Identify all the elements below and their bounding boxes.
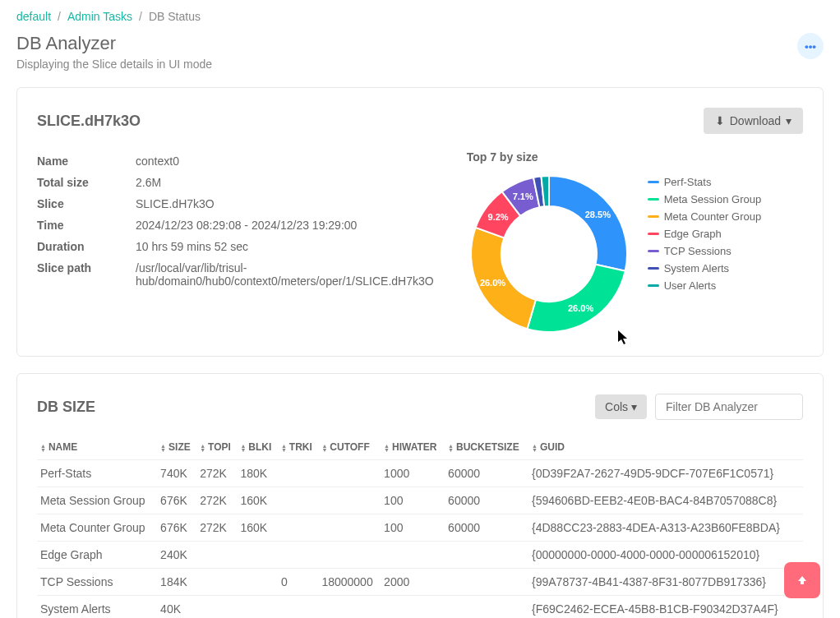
cell-topi bbox=[196, 569, 237, 596]
table-row: System Alerts40K{F69C2462-ECEA-45B8-B1CB… bbox=[37, 596, 803, 619]
legend-item[interactable]: User Alerts bbox=[648, 279, 762, 292]
cell-name: Perf-Stats bbox=[37, 460, 157, 487]
legend-swatch bbox=[648, 181, 659, 183]
legend-item[interactable]: Meta Counter Group bbox=[648, 210, 762, 223]
cell-size: 676K bbox=[157, 514, 196, 542]
donut-label: 26.0% bbox=[480, 278, 505, 288]
column-header[interactable]: ▲▼TRKI bbox=[278, 435, 318, 460]
legend-swatch bbox=[648, 284, 659, 287]
cell-size: 40K bbox=[157, 596, 196, 619]
legend-label: Perf-Stats bbox=[664, 176, 712, 188]
legend-item[interactable]: Edge Graph bbox=[648, 228, 762, 240]
cell-guid: {4D88CC23-2883-4DEA-A313-A23B60FE8BDA} bbox=[528, 514, 803, 542]
cell-name: System Alerts bbox=[37, 596, 157, 619]
cell-bucketsize: 60000 bbox=[445, 514, 528, 542]
cell-bucketsize: 60000 bbox=[445, 487, 528, 514]
legend-label: TCP Sessions bbox=[664, 245, 732, 257]
legend-item[interactable]: Perf-Stats bbox=[648, 176, 762, 188]
donut-label: 7.1% bbox=[513, 191, 533, 201]
info-label: Duration bbox=[37, 240, 136, 253]
column-header[interactable]: ▲▼CUTOFF bbox=[318, 435, 381, 460]
dbsize-table: ▲▼NAME▲▼SIZE▲▼TOPI▲▼BLKI▲▼TRKI▲▼CUTOFF▲▼… bbox=[37, 435, 803, 618]
slice-title: SLICE.dH7k3O bbox=[37, 113, 141, 130]
legend-swatch bbox=[648, 215, 659, 218]
cell-guid: {594606BD-EEB2-4E0B-BAC4-84B7057088C8} bbox=[528, 487, 803, 514]
arrow-up-icon bbox=[796, 574, 809, 587]
donut-chart[interactable]: 28.5%26.0%26.0%9.2%7.1% bbox=[467, 172, 631, 336]
info-label: Time bbox=[37, 219, 136, 232]
column-header[interactable]: ▲▼GUID bbox=[528, 435, 803, 460]
legend-label: Meta Counter Group bbox=[664, 210, 762, 223]
info-value: 2024/12/23 08:29:08 - 2024/12/23 19:29:0… bbox=[136, 219, 357, 232]
info-label: Name bbox=[37, 154, 136, 168]
cell-hiwater: 2000 bbox=[381, 569, 445, 596]
chart-legend: Perf-StatsMeta Session GroupMeta Counter… bbox=[648, 172, 762, 336]
donut-slice[interactable] bbox=[549, 176, 627, 271]
legend-item[interactable]: System Alerts bbox=[648, 262, 762, 274]
cols-button[interactable]: Cols ▾ bbox=[595, 394, 647, 419]
donut-slice[interactable] bbox=[527, 265, 625, 332]
cell-bucketsize bbox=[445, 569, 528, 596]
sort-icon: ▲▼ bbox=[200, 444, 205, 452]
cell-blki: 160K bbox=[237, 514, 277, 542]
donut-label: 26.0% bbox=[568, 303, 593, 313]
cell-cutoff bbox=[318, 487, 381, 514]
cell-hiwater bbox=[381, 542, 445, 569]
column-header[interactable]: ▲▼SIZE bbox=[157, 435, 196, 460]
page-header: DB Analyzer Displaying the Slice details… bbox=[16, 33, 824, 71]
column-header[interactable]: ▲▼BLKI bbox=[237, 435, 277, 460]
cell-cutoff bbox=[318, 596, 381, 619]
chevron-down-icon: ▾ bbox=[786, 114, 792, 127]
filter-input[interactable] bbox=[655, 394, 803, 420]
cell-blki bbox=[237, 542, 277, 569]
chart-area: Top 7 by size 28.5%26.0%26.0%9.2%7.1% Pe… bbox=[467, 150, 803, 336]
cell-cutoff: 18000000 bbox=[318, 569, 381, 596]
cell-bucketsize bbox=[445, 596, 528, 619]
column-header[interactable]: ▲▼NAME bbox=[37, 435, 157, 460]
download-icon: ⬇ bbox=[715, 114, 725, 127]
info-row: Slice path/usr/local/var/lib/trisul-hub/… bbox=[37, 257, 434, 292]
dbsize-card: DB SIZE Cols ▾ ▲▼NAME▲▼SIZE▲▼TOPI▲▼BLKI▲… bbox=[16, 373, 824, 618]
sort-icon: ▲▼ bbox=[321, 444, 327, 452]
info-value: 10 hrs 59 mins 52 sec bbox=[136, 240, 248, 253]
legend-label: Meta Session Group bbox=[664, 193, 762, 205]
cell-trki bbox=[278, 542, 318, 569]
column-header[interactable]: ▲▼BUCKETSIZE bbox=[445, 435, 528, 460]
cell-name: Edge Graph bbox=[37, 542, 157, 569]
table-row: Edge Graph240K{00000000-0000-4000-0000-0… bbox=[37, 542, 803, 569]
breadcrumb-sep: / bbox=[139, 10, 142, 23]
cell-blki bbox=[237, 569, 277, 596]
scroll-top-button[interactable] bbox=[784, 562, 820, 598]
cell-guid: {F69C2462-ECEA-45B8-B1CB-F90342D37A4F} bbox=[528, 596, 803, 619]
column-header[interactable]: ▲▼TOPI bbox=[196, 435, 237, 460]
info-label: Slice bbox=[37, 197, 136, 210]
cell-trki bbox=[278, 460, 318, 487]
info-value: SLICE.dH7k3O bbox=[136, 197, 215, 210]
legend-item[interactable]: TCP Sessions bbox=[648, 245, 762, 257]
legend-item[interactable]: Meta Session Group bbox=[648, 193, 762, 205]
cell-topi bbox=[196, 542, 237, 569]
breadcrumb-home[interactable]: default bbox=[16, 10, 51, 23]
legend-label: User Alerts bbox=[664, 279, 717, 292]
more-options-button[interactable]: ••• bbox=[797, 33, 824, 59]
download-label: Download bbox=[730, 114, 781, 127]
breadcrumb-current: DB Status bbox=[149, 10, 201, 23]
legend-swatch bbox=[648, 198, 659, 201]
cell-blki bbox=[237, 596, 277, 619]
info-label: Slice path bbox=[37, 261, 136, 288]
cell-topi: 272K bbox=[196, 487, 237, 514]
column-header[interactable]: ▲▼HIWATER bbox=[381, 435, 445, 460]
sort-icon: ▲▼ bbox=[532, 444, 538, 452]
cell-bucketsize: 60000 bbox=[445, 460, 528, 487]
donut-label: 9.2% bbox=[488, 212, 509, 222]
cell-hiwater bbox=[381, 596, 445, 619]
cell-topi: 272K bbox=[196, 514, 237, 542]
cell-name: Meta Counter Group bbox=[37, 514, 157, 542]
cell-cutoff bbox=[318, 542, 381, 569]
download-button[interactable]: ⬇ Download ▾ bbox=[704, 108, 803, 134]
breadcrumb-section[interactable]: Admin Tasks bbox=[67, 10, 132, 23]
info-value: /usr/local/var/lib/trisul-hub/domain0/hu… bbox=[136, 261, 434, 288]
info-row: Namecontext0 bbox=[37, 150, 434, 172]
chevron-down-icon: ▾ bbox=[631, 400, 637, 413]
legend-label: Edge Graph bbox=[664, 228, 722, 240]
